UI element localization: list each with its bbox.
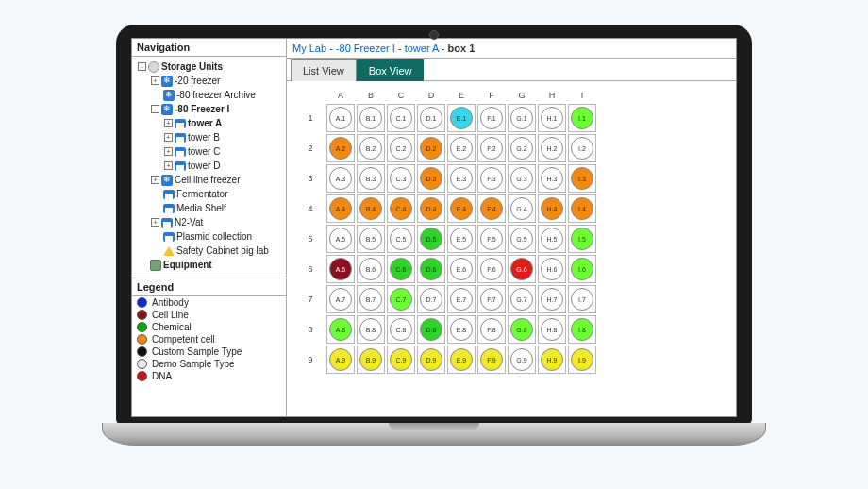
sample-well[interactable]: A.8 [329, 318, 352, 341]
box-cell[interactable]: E.6 [447, 255, 476, 283]
sample-well[interactable]: G.6 [510, 258, 533, 280]
sample-well[interactable]: B.5 [359, 228, 382, 250]
box-cell[interactable]: A.7 [326, 285, 355, 313]
sample-well[interactable]: A.9 [329, 348, 352, 371]
expand-toggle-icon[interactable]: - [138, 62, 146, 71]
sample-well[interactable]: G.9 [510, 348, 533, 371]
box-cell[interactable]: B.2 [357, 134, 385, 162]
sample-well[interactable]: D.3 [420, 167, 442, 190]
sample-well[interactable]: I.6 [571, 258, 593, 280]
box-cell[interactable]: H.3 [538, 164, 566, 193]
sample-well[interactable]: E.8 [450, 318, 473, 341]
box-cell[interactable]: I.1 [568, 104, 596, 132]
box-cell[interactable]: G.6 [508, 255, 536, 283]
sample-well[interactable]: H.1 [541, 107, 563, 129]
box-cell[interactable]: H.1 [538, 104, 566, 132]
sample-well[interactable]: D.1 [420, 107, 442, 129]
box-cell[interactable]: E.5 [447, 225, 476, 253]
sample-well[interactable]: B.4 [359, 197, 382, 220]
sample-well[interactable]: H.4 [541, 197, 563, 220]
tree-node[interactable]: +❄Cell line freezer [134, 173, 284, 187]
tree-node[interactable]: +tower B [134, 130, 284, 144]
box-cell[interactable]: B.1 [357, 104, 385, 132]
box-cell[interactable]: F.5 [477, 225, 506, 253]
box-cell[interactable]: G.4 [508, 194, 536, 223]
box-cell[interactable]: B.5 [357, 225, 385, 253]
expand-toggle-icon[interactable]: + [164, 133, 173, 142]
sample-well[interactable]: C.1 [390, 107, 412, 129]
sample-well[interactable]: E.1 [450, 107, 473, 129]
sample-well[interactable]: F.5 [480, 228, 503, 250]
box-cell[interactable]: B.7 [357, 285, 385, 313]
box-cell[interactable]: D.3 [417, 164, 445, 193]
sample-well[interactable]: F.7 [480, 288, 503, 311]
sample-well[interactable]: C.6 [390, 258, 412, 280]
box-cell[interactable]: H.7 [538, 285, 566, 313]
sample-well[interactable]: I.9 [571, 348, 593, 371]
sample-well[interactable]: I.1 [571, 107, 593, 129]
sample-well[interactable]: A.5 [329, 228, 352, 250]
box-cell[interactable]: F.6 [477, 255, 506, 283]
sample-well[interactable]: G.1 [510, 107, 533, 129]
box-cell[interactable]: C.8 [387, 315, 415, 344]
expand-toggle-icon[interactable]: + [164, 119, 173, 127]
sample-well[interactable]: H.3 [541, 167, 563, 190]
box-cell[interactable]: H.9 [538, 346, 566, 374]
sample-well[interactable]: F.8 [480, 318, 503, 341]
box-cell[interactable]: D.7 [417, 285, 445, 313]
box-cell[interactable]: H.5 [538, 225, 566, 253]
box-cell[interactable]: G.9 [508, 346, 536, 374]
tree-node[interactable]: +tower C [134, 144, 284, 159]
box-cell[interactable]: A.5 [326, 225, 355, 253]
sample-well[interactable]: C.9 [390, 348, 412, 371]
box-cell[interactable]: A.6 [326, 255, 355, 283]
tab-box-view[interactable]: Box View [357, 59, 425, 81]
sample-well[interactable]: E.3 [450, 167, 473, 190]
box-cell[interactable]: F.8 [477, 315, 506, 344]
box-cell[interactable]: A.1 [326, 104, 355, 132]
sample-well[interactable]: H.7 [541, 288, 563, 311]
tree-node[interactable]: Fermentator [134, 187, 284, 201]
sample-well[interactable]: B.6 [359, 258, 382, 280]
box-cell[interactable]: E.9 [447, 346, 476, 374]
sample-well[interactable]: C.4 [390, 197, 412, 220]
box-cell[interactable]: D.1 [417, 104, 445, 132]
box-cell[interactable]: D.9 [417, 346, 445, 374]
sample-well[interactable]: F.1 [480, 107, 503, 129]
sample-well[interactable]: G.4 [510, 197, 533, 220]
box-cell[interactable]: A.8 [326, 315, 355, 344]
box-cell[interactable]: G.2 [508, 134, 536, 162]
sample-well[interactable]: C.3 [390, 167, 412, 190]
box-cell[interactable]: H.2 [538, 134, 566, 162]
sample-well[interactable]: I.2 [571, 137, 593, 160]
box-cell[interactable]: I.4 [568, 194, 596, 223]
crumb-tower[interactable]: tower A [405, 42, 439, 54]
box-cell[interactable]: I.7 [568, 285, 596, 313]
sample-well[interactable]: A.2 [329, 137, 352, 160]
box-cell[interactable]: H.4 [538, 194, 566, 223]
sample-well[interactable]: B.2 [359, 137, 382, 160]
sample-well[interactable]: B.9 [359, 348, 382, 371]
sample-well[interactable]: F.9 [480, 348, 503, 371]
tree-node[interactable]: +N2-Vat [134, 215, 284, 229]
box-cell[interactable]: A.9 [326, 346, 355, 374]
tree-node[interactable]: +tower D [134, 159, 284, 173]
tree-node[interactable]: +❄-20 freezer [134, 74, 284, 88]
sample-well[interactable]: G.3 [510, 167, 533, 190]
tree-node[interactable]: Safety Cabinet big lab [134, 244, 284, 258]
sample-well[interactable]: D.6 [420, 258, 442, 280]
box-cell[interactable]: F.1 [477, 104, 506, 132]
sample-well[interactable]: E.9 [450, 348, 473, 371]
sample-well[interactable]: H.9 [541, 348, 563, 371]
tab-list-view[interactable]: List View [291, 59, 357, 81]
box-cell[interactable]: C.3 [387, 164, 415, 193]
box-cell[interactable]: D.8 [417, 315, 445, 344]
box-cell[interactable]: F.3 [477, 164, 506, 193]
sample-well[interactable]: A.4 [329, 197, 352, 220]
sample-well[interactable]: D.4 [420, 197, 442, 220]
box-cell[interactable]: H.6 [538, 255, 566, 283]
sample-well[interactable]: I.4 [571, 197, 593, 220]
box-cell[interactable]: C.7 [387, 285, 415, 313]
box-cell[interactable]: I.3 [568, 164, 596, 193]
box-cell[interactable]: A.2 [326, 134, 355, 162]
